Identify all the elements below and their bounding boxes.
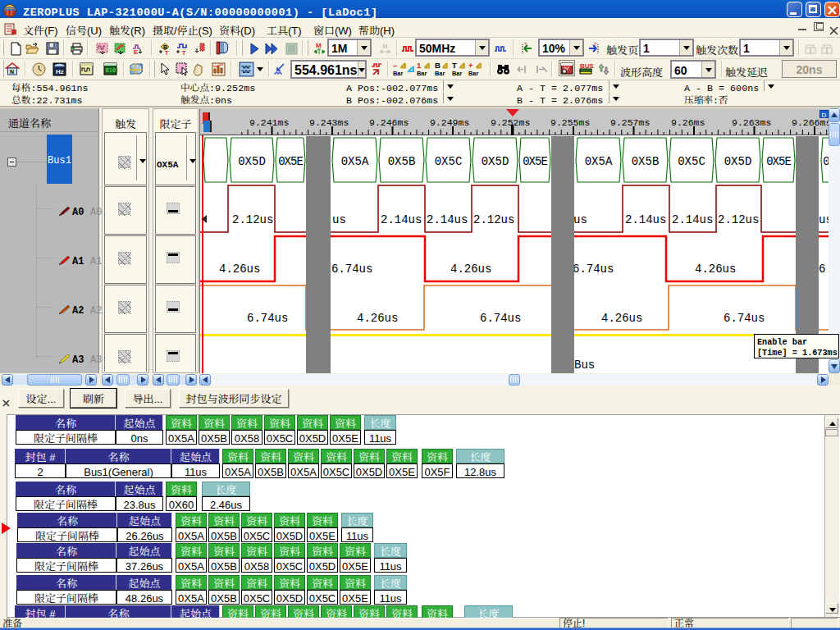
svg-text:M: M [316, 42, 322, 49]
svg-text:T: T [524, 42, 527, 48]
svg-text:Bar: Bar [452, 68, 462, 76]
svg-text:0101: 0101 [106, 67, 119, 74]
svg-text:T: T [594, 42, 597, 48]
svg-text:M: M [382, 42, 388, 50]
svg-text:Bar: Bar [417, 68, 427, 76]
svg-text:Bar: Bar [468, 68, 478, 76]
svg-text:N: N [10, 67, 14, 75]
svg-text:Bar: Bar [393, 68, 403, 76]
svg-text:Hz: Hz [56, 66, 64, 75]
svg-text:E: E [134, 47, 139, 56]
svg-text:Bar: Bar [435, 68, 445, 76]
svg-text:T: T [165, 48, 169, 56]
svg-text:T: T [182, 48, 186, 56]
